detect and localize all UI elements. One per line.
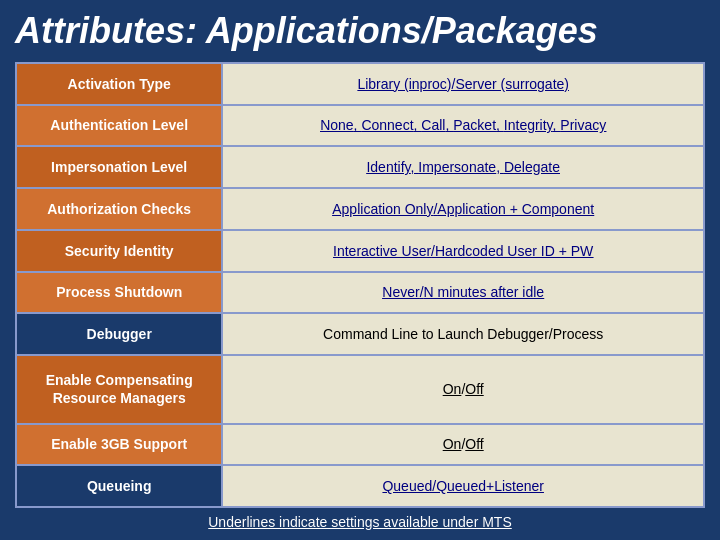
row-value-auth-checks: Application Only/Application + Component	[222, 188, 704, 230]
row-value-process-shutdown: Never/N minutes after idle	[222, 272, 704, 314]
table-row: Security Identity Interactive User/Hardc…	[16, 230, 704, 272]
row-label-auth-level: Authentication Level	[16, 105, 222, 147]
span-identify: Identify	[366, 159, 410, 175]
page-title: Attributes: Applications/Packages	[15, 10, 705, 52]
table-row-queueing: Queueing Queued/Queued+Listener	[16, 465, 704, 507]
row-label-security-identity: Security Identity	[16, 230, 222, 272]
row-label-enable-crm: Enable Compensating Resource Managers	[16, 355, 222, 424]
span-comma4: ,	[496, 117, 504, 133]
span-call: Call	[421, 117, 445, 133]
span-integrity: Integrity	[504, 117, 553, 133]
row-value-queueing: Queued/Queued+Listener	[222, 465, 704, 507]
span-n-minutes: N minutes after idle	[424, 284, 545, 300]
span-privacy: Privacy	[560, 117, 606, 133]
row-value-enable-3gb: On/Off	[222, 424, 704, 466]
table-row: Authentication Level None, Connect, Call…	[16, 105, 704, 147]
table-row-enable-3gb: Enable 3GB Support On/Off	[16, 424, 704, 466]
row-label-queueing: Queueing	[16, 465, 222, 507]
span-connect: Connect	[361, 117, 413, 133]
span-on1: On	[443, 381, 462, 397]
row-value-security-identity: Interactive User/Hardcoded User ID + PW	[222, 230, 704, 272]
row-label-impersonation: Impersonation Level	[16, 146, 222, 188]
row-value-impersonation: Identify, Impersonate, Delegate	[222, 146, 704, 188]
span-hardcoded: Hardcoded User ID + PW	[435, 243, 593, 259]
table-wrapper: Activation Type Library (inproc)/Server …	[15, 62, 705, 508]
table-row: Process Shutdown Never/N minutes after i…	[16, 272, 704, 314]
row-label-debugger: Debugger	[16, 313, 222, 355]
page: Attributes: Applications/Packages Activa…	[0, 0, 720, 540]
table-row: Impersonation Level Identify, Impersonat…	[16, 146, 704, 188]
row-value-enable-crm: On/Off	[222, 355, 704, 424]
row-label-enable-3gb: Enable 3GB Support	[16, 424, 222, 466]
span-off2: Off	[465, 436, 483, 452]
table-row-debugger: Debugger Command Line to Launch Debugger…	[16, 313, 704, 355]
table-row: Activation Type Library (inproc)/Server …	[16, 63, 704, 105]
span-app-only: Application Only	[332, 201, 433, 217]
row-label-activation-type: Activation Type	[16, 63, 222, 105]
row-value-debugger: Command Line to Launch Debugger/Process	[222, 313, 704, 355]
attributes-table: Activation Type Library (inproc)/Server …	[15, 62, 705, 508]
span-never: Never	[382, 284, 419, 300]
table-row: Authorization Checks Application Only/Ap…	[16, 188, 704, 230]
row-value-activation-type: Library (inproc)/Server (surrogate)	[222, 63, 704, 105]
footer-note: Underlines indicate settings available u…	[15, 514, 705, 530]
span-comma7: ,	[496, 159, 504, 175]
row-label-auth-checks: Authorization Checks	[16, 188, 222, 230]
span-on2: On	[443, 436, 462, 452]
span-interactive-user: Interactive User	[333, 243, 431, 259]
span-off1: Off	[465, 381, 483, 397]
span-packet: Packet	[453, 117, 496, 133]
span-app-comp: Application + Component	[437, 201, 594, 217]
table-row-enable-crm: Enable Compensating Resource Managers On…	[16, 355, 704, 424]
row-value-auth-level: None, Connect, Call, Packet, Integrity, …	[222, 105, 704, 147]
row-label-process-shutdown: Process Shutdown	[16, 272, 222, 314]
span-none: None	[320, 117, 353, 133]
span-delegate: Delegate	[504, 159, 560, 175]
span-impersonate: Impersonate	[418, 159, 496, 175]
